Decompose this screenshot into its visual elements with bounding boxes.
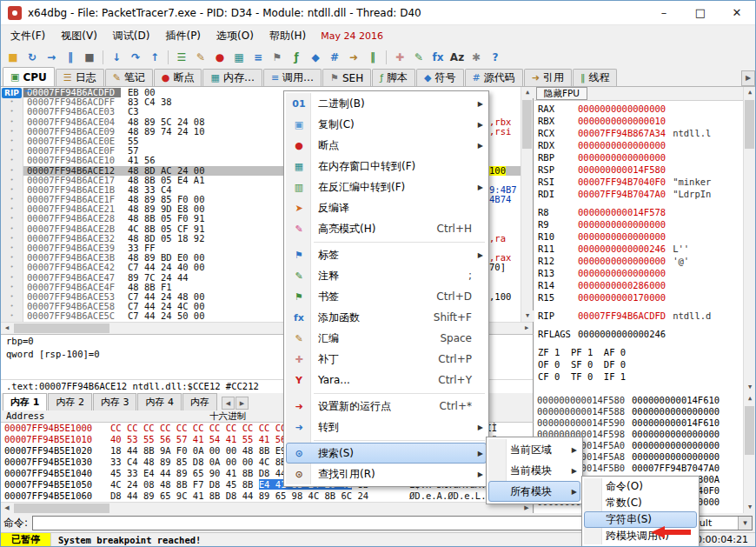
breakpoints-icon[interactable]: ● bbox=[211, 49, 229, 66]
ctx-separator[interactable] bbox=[286, 240, 487, 243]
hide-fpu-button[interactable]: 隐藏FPU bbox=[536, 87, 587, 100]
tab-notes[interactable]: ✎ 笔记 bbox=[105, 69, 153, 86]
submenu-constant[interactable]: 常数(C) bbox=[584, 495, 697, 511]
hex-column-header[interactable]: 十六进制 bbox=[209, 410, 246, 422]
ctx-follow-in-disassembly[interactable]: ▥ 在反汇编中转到(F) ▶ bbox=[286, 177, 487, 197]
breakpoint-gutter[interactable] bbox=[1, 214, 23, 223]
script-icon[interactable]: ƒ bbox=[288, 49, 305, 66]
register-row[interactable]: R8000000000014F578 bbox=[538, 206, 755, 218]
scroll-down-button[interactable] bbox=[744, 382, 755, 393]
register-row[interactable]: R90000000000000000 bbox=[538, 218, 755, 230]
register-row[interactable]: RAX0000000000000000 bbox=[538, 103, 755, 115]
tab-source[interactable]: # 源代码 bbox=[465, 69, 523, 86]
breakpoint-gutter[interactable] bbox=[1, 97, 23, 107]
register-row[interactable]: RDI00007FF94B7047A0"LdrpIn bbox=[538, 188, 755, 200]
scroll-thumb[interactable] bbox=[14, 324, 109, 333]
ctx-set-new-origin[interactable]: ➜ 设置新的运行点 Ctrl+* bbox=[286, 396, 487, 417]
memory-tab-1[interactable]: 内存 1 bbox=[3, 393, 47, 410]
register-row[interactable]: RIP00007FF94B6ACDFDntdll.d bbox=[538, 310, 755, 322]
menubar-item[interactable]: 插件(P) bbox=[157, 25, 209, 47]
memory-map-icon[interactable]: ▦ bbox=[230, 49, 248, 66]
tab-seh[interactable]: ⚑ SEH bbox=[322, 69, 371, 86]
ctx-go-to[interactable]: ➜ 转到 ▶ bbox=[286, 417, 487, 437]
memory-tab-3[interactable]: 内存 3 bbox=[93, 393, 137, 410]
scroll-up-button[interactable] bbox=[744, 393, 755, 404]
disassembly-vscrollbar[interactable] bbox=[521, 87, 533, 322]
submenu-all-modules[interactable]: 所有模块 ▶ bbox=[488, 481, 580, 502]
scroll-thumb[interactable] bbox=[745, 100, 754, 149]
seh-icon[interactable]: ⚑ bbox=[269, 49, 286, 66]
memory-tab-4[interactable]: 内存 4 bbox=[137, 393, 182, 410]
tab-cpu[interactable]: ▣ CPU bbox=[3, 67, 55, 86]
breakpoint-gutter[interactable] bbox=[1, 185, 23, 195]
breakpoint-gutter[interactable] bbox=[1, 234, 23, 243]
submenu-current-module[interactable]: 当前模块 ▶ bbox=[488, 460, 580, 481]
breakpoint-gutter[interactable] bbox=[1, 156, 23, 165]
ctx-find-references[interactable]: ⊙ 查找引用(R) ▶ bbox=[286, 464, 487, 484]
scroll-down-button[interactable] bbox=[744, 502, 755, 513]
stack-row[interactable]: 000000000014F590000000000014F610 bbox=[534, 417, 743, 429]
submenu-current-region[interactable]: 当前区域 ▶ bbox=[488, 439, 580, 460]
registers-vscrollbar[interactable] bbox=[743, 87, 755, 393]
close-button[interactable]: ✕ bbox=[719, 1, 755, 24]
tab-call-stack[interactable]: ≡ 调用… bbox=[263, 69, 322, 86]
tab-breakpoints[interactable]: ● 断点 bbox=[154, 69, 202, 86]
tab-threads[interactable]: ‖ 线程 bbox=[573, 69, 618, 86]
tab-script[interactable]: ƒ 脚本 bbox=[372, 69, 415, 86]
breakpoint-gutter[interactable] bbox=[1, 283, 23, 292]
step-over-icon[interactable]: ↷ bbox=[127, 49, 144, 66]
memory-tabs-next-button[interactable] bbox=[235, 397, 249, 410]
breakpoint-gutter[interactable] bbox=[1, 273, 23, 283]
ctx-comment[interactable]: ✎ 注释 ; bbox=[286, 265, 487, 286]
flags-row[interactable]: OF 0 SF 0 DF 0 bbox=[538, 358, 755, 370]
breakpoint-gutter[interactable] bbox=[1, 224, 23, 234]
call-stack-icon[interactable]: ≡ bbox=[249, 49, 267, 66]
register-row[interactable]: RBP0000000000000000 bbox=[538, 151, 755, 163]
tab-memory-map[interactable]: ▦ 内存… bbox=[202, 69, 262, 86]
run-to-return-icon[interactable]: ↑ bbox=[146, 49, 163, 66]
memory-tab-2[interactable]: 内存 2 bbox=[48, 393, 92, 410]
ctx-highlight-mode[interactable]: ✎ 高亮模式(H) Ctrl+H bbox=[286, 218, 487, 239]
memory-row[interactable]: 00007FF94B5E1060D8 44 89 65 9C 41 8B D8 … bbox=[1, 490, 533, 502]
scroll-thumb[interactable] bbox=[522, 100, 532, 149]
pause-icon[interactable]: ‖ bbox=[62, 49, 79, 66]
register-row[interactable]: RDX0000000000000000 bbox=[538, 139, 755, 151]
tab-symbols[interactable]: ◆ 符号 bbox=[416, 69, 463, 86]
breakpoint-gutter[interactable] bbox=[1, 243, 23, 253]
address-column-header[interactable]: Address bbox=[6, 410, 44, 421]
register-row[interactable]: RFLAGS0000000000000246 bbox=[538, 328, 755, 340]
register-row[interactable]: R120000000000000000'@' bbox=[538, 255, 755, 267]
register-row[interactable]: RBX0000000000000010 bbox=[538, 115, 755, 127]
toolbar-separator[interactable] bbox=[103, 50, 103, 64]
menubar-item[interactable]: 调试(D) bbox=[105, 25, 158, 47]
ctx-search[interactable]: ⊙ 搜索(S) ▶ bbox=[286, 443, 487, 464]
breakpoint-gutter[interactable] bbox=[1, 311, 23, 321]
breakpoint-gutter[interactable] bbox=[1, 107, 23, 117]
ctx-add-function[interactable]: fx 添加函数 Shift+F bbox=[286, 307, 487, 328]
memory-hscrollbar[interactable] bbox=[1, 502, 534, 513]
ctx-assemble[interactable]: ✎ 汇编 Space bbox=[286, 328, 487, 349]
ctx-bookmark[interactable]: ⚑ 书签 Ctrl+D bbox=[286, 286, 487, 307]
breakpoint-gutter[interactable] bbox=[1, 137, 23, 146]
source-icon[interactable]: # bbox=[326, 49, 343, 66]
comment-icon[interactable]: ✎ bbox=[410, 49, 428, 66]
menubar-item[interactable]: 选项(O) bbox=[209, 25, 262, 47]
toolbar-separator[interactable] bbox=[386, 50, 387, 64]
stack-row[interactable]: 000000000014F5880000000000000000 bbox=[534, 406, 743, 417]
memory-tab-5[interactable]: 内存 bbox=[182, 393, 217, 410]
step-into-icon[interactable]: ↓ bbox=[108, 49, 125, 66]
scroll-left-button[interactable] bbox=[1, 323, 13, 334]
scroll-thumb[interactable] bbox=[14, 504, 109, 513]
breakpoint-gutter[interactable] bbox=[1, 127, 23, 137]
open-file-icon[interactable]: ■ bbox=[4, 49, 22, 66]
tab-log[interactable]: ☰ 日志 bbox=[56, 69, 104, 86]
breakpoint-gutter[interactable] bbox=[1, 263, 23, 272]
memory-tabs-prev-button[interactable] bbox=[222, 397, 235, 410]
stack-vscrollbar[interactable] bbox=[743, 393, 755, 513]
restart-icon[interactable]: ↻ bbox=[23, 49, 41, 66]
register-row[interactable]: RCX00007FF94B867A34ntdll.l bbox=[538, 127, 755, 139]
ctx-label[interactable]: ⚑ 标签 ▶ bbox=[286, 244, 487, 265]
register-row[interactable]: RSP000000000014F580 bbox=[538, 163, 755, 176]
scroll-up-button[interactable] bbox=[744, 87, 755, 98]
menubar-item[interactable]: 视图(V) bbox=[53, 25, 105, 47]
